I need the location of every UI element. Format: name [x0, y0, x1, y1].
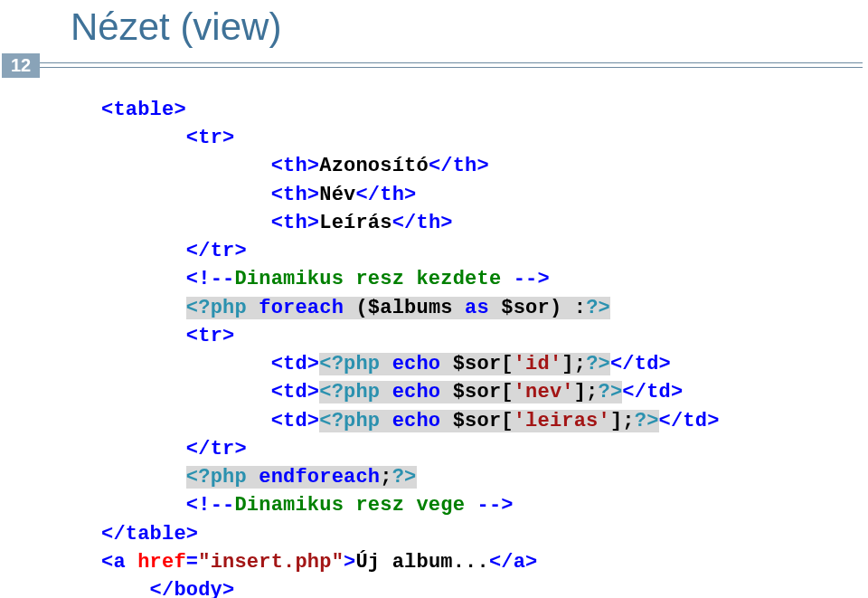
code-l17d: "insert.php" [198, 551, 344, 574]
code-l4b: Név [319, 184, 355, 206]
code-l17a: <a [101, 551, 137, 574]
code-l8c: ($albums [344, 297, 465, 319]
code-l10c: echo [380, 353, 440, 375]
slide-title-wrap: Nézet (view) [0, 0, 868, 52]
code-l12d: $sor[ [440, 410, 513, 432]
code-l11a: <td> [271, 381, 320, 403]
code-line-2: <tr> [186, 127, 235, 149]
code-l17f: Új album... [355, 551, 488, 574]
code-l12g: ?> [635, 410, 659, 432]
code-l7b: Dinamikus resz kezdete [234, 268, 513, 290]
code-l3b: Azonosító [319, 155, 429, 177]
slide-rule: 12 [0, 51, 868, 80]
code-l8b: foreach [247, 297, 344, 319]
code-l4a: <th> [271, 184, 320, 206]
code-l17b: href [137, 551, 186, 574]
code-l8a: <?php [186, 297, 247, 319]
code-l7a: <!-- [186, 268, 235, 290]
code-l11d: $sor[ [440, 381, 513, 403]
code-l17e: > [344, 551, 355, 574]
code-l14a: <?php [186, 466, 247, 489]
slide-title: Nézet (view) [71, 5, 868, 49]
code-l12e: 'leiras' [514, 410, 610, 432]
code-l10f: ]; [561, 353, 586, 375]
code-l11h: </td> [622, 381, 683, 403]
code-l13a: </tr> [186, 438, 247, 460]
code-l5c: </th> [392, 212, 453, 234]
code-l17c: = [186, 551, 198, 574]
code-l8e: $sor) : [489, 297, 586, 319]
code-l8d: as [465, 297, 489, 319]
code-l3c: </th> [429, 155, 489, 177]
code-line-1: <table> [101, 99, 186, 121]
code-l11e: 'nev' [514, 381, 574, 403]
code-l16a: </table> [101, 523, 198, 546]
code-l14b: endforeach [247, 466, 380, 489]
code-l4c: </th> [355, 184, 416, 206]
code-l9a: <tr> [186, 325, 235, 347]
slide-rule-line [40, 62, 863, 68]
code-l15c: --> [476, 494, 513, 517]
code-l5a: <th> [271, 212, 320, 234]
code-l11b: <?php [319, 381, 380, 403]
code-l14c: ; [380, 466, 392, 489]
code-l17g: </a> [489, 551, 538, 574]
code-l12a: <td> [271, 410, 320, 432]
code-l12h: </td> [659, 410, 720, 432]
code-l11g: ?> [599, 381, 623, 403]
code-l10g: ?> [586, 353, 610, 375]
code-l6a: </tr> [186, 240, 247, 262]
code-l5b: Leírás [319, 212, 392, 234]
code-l7c: --> [514, 268, 550, 290]
code-l14d: ?> [392, 466, 417, 489]
code-l8f: ?> [586, 297, 610, 319]
code-l10a: <td> [271, 353, 320, 375]
code-l11f: ]; [574, 381, 599, 403]
slide-number: 12 [2, 53, 40, 78]
code-l10e: 'id' [514, 353, 562, 375]
code-l3a: <th> [271, 155, 320, 177]
code-l18a: </body> [150, 579, 235, 598]
code-block: <table> <tr> <th>Azonosító</th> <th>Név<… [0, 80, 868, 598]
code-l12b: <?php [319, 410, 380, 432]
code-l15a: <!-- [186, 494, 235, 517]
code-l10d: $sor[ [440, 353, 513, 375]
code-l12f: ]; [610, 410, 635, 432]
code-l10h: </td> [610, 353, 671, 375]
code-l10b: <?php [319, 353, 380, 375]
code-l12c: echo [380, 410, 440, 432]
code-l11c: echo [380, 381, 440, 403]
code-l15b: Dinamikus resz vege [234, 494, 476, 517]
